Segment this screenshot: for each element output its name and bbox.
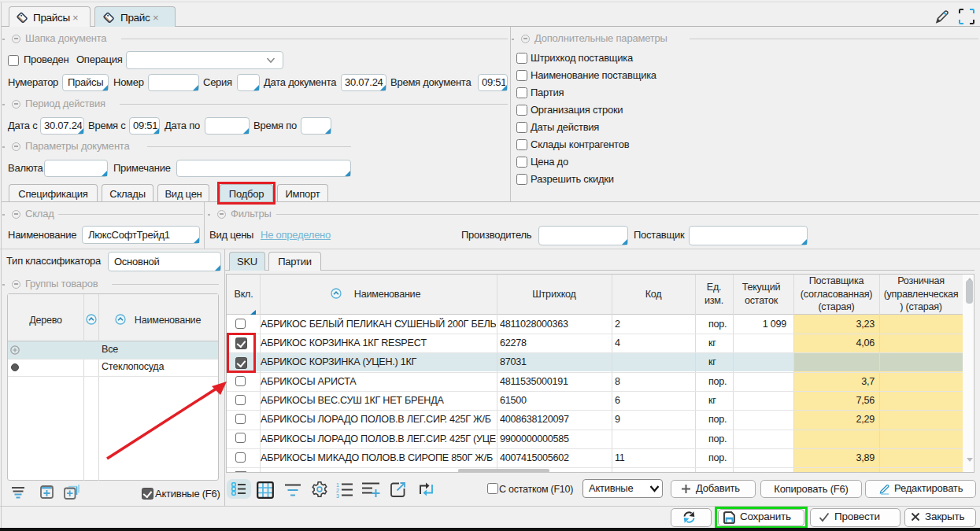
svg-text:3: 3 (336, 493, 339, 499)
svg-text:1: 1 (336, 482, 339, 488)
svg-text:2: 2 (336, 488, 339, 493)
